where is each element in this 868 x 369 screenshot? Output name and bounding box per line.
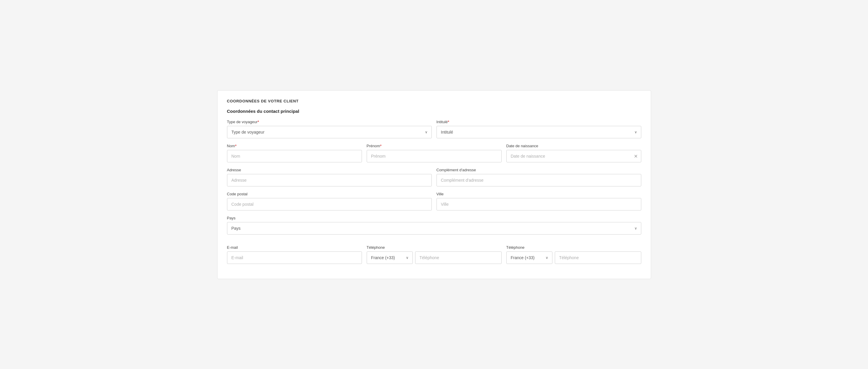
group-type-voyageur: Type de voyageur* Type de voyageur ∨ <box>227 120 432 138</box>
select-wrapper-type-voyageur: Type de voyageur ∨ <box>227 126 432 138</box>
label-ville: Ville <box>436 192 641 196</box>
label-date-naissance: Date de naissance <box>506 144 641 148</box>
select-wrapper-intitule: Intitulé ∨ <box>436 126 641 138</box>
group-adresse: Adresse <box>227 168 432 187</box>
intitule-select[interactable]: Intitulé <box>436 126 641 138</box>
row-type-intitule: Type de voyageur* Type de voyageur ∨ Int… <box>227 120 641 138</box>
select-wrapper-pays: Pays ∨ <box>227 222 641 235</box>
close-icon[interactable]: ✕ <box>634 153 638 159</box>
email-input[interactable] <box>227 251 362 264</box>
label-code-postal: Code postal <box>227 192 432 196</box>
group-pays: Pays Pays ∨ <box>227 216 641 235</box>
tel-1-country-select[interactable]: France (+33) <box>367 251 413 264</box>
label-complement-adresse: Complément d'adresse <box>436 168 641 172</box>
label-telephone-1: Téléphone <box>367 245 502 250</box>
section-title: COORDONNÉES DE VOTRE CLIENT <box>227 99 641 103</box>
nom-input[interactable] <box>227 150 362 162</box>
label-type-voyageur: Type de voyageur* <box>227 120 432 124</box>
subsection-title: Coordonnées du contact principal <box>227 109 641 114</box>
ville-input[interactable] <box>436 198 641 210</box>
group-complement-adresse: Complément d'adresse <box>436 168 641 187</box>
row-code-postal-ville: Code postal Ville <box>227 192 641 210</box>
select-wrapper-tel-2-country: France (+33) ∨ <box>506 251 552 264</box>
row-email-telephone: E-mail Téléphone France (+33) ∨ Téléphon… <box>227 245 641 264</box>
tel-1-number-input[interactable] <box>415 251 502 264</box>
label-telephone-2: Téléphone <box>506 245 641 250</box>
pays-select[interactable]: Pays <box>227 222 641 235</box>
tel-2-country-select[interactable]: France (+33) <box>506 251 552 264</box>
label-nom: Nom* <box>227 144 362 148</box>
group-nom: Nom* <box>227 144 362 162</box>
date-naissance-input[interactable] <box>506 150 641 162</box>
prenom-input[interactable] <box>367 150 502 162</box>
group-prenom: Prénom* <box>367 144 502 162</box>
complement-adresse-input[interactable] <box>436 174 641 187</box>
tel-1-inner: France (+33) ∨ <box>367 251 502 264</box>
code-postal-input[interactable] <box>227 198 432 210</box>
label-email: E-mail <box>227 245 362 250</box>
label-intitule: Intitulé* <box>436 120 641 124</box>
row-pays: Pays Pays ∨ <box>227 216 641 235</box>
type-voyageur-select[interactable]: Type de voyageur <box>227 126 432 138</box>
group-intitule: Intitulé* Intitulé ∨ <box>436 120 641 138</box>
group-ville: Ville <box>436 192 641 210</box>
group-date-naissance: Date de naissance ✕ <box>506 144 641 162</box>
adresse-input[interactable] <box>227 174 432 187</box>
date-input-wrapper: ✕ <box>506 150 641 162</box>
tel-2-inner: France (+33) ∨ <box>506 251 641 264</box>
tel-2-number-input[interactable] <box>555 251 641 264</box>
label-adresse: Adresse <box>227 168 432 172</box>
group-telephone-2: Téléphone France (+33) ∨ <box>506 245 641 264</box>
row-nom-prenom-dob: Nom* Prénom* Date de naissance ✕ <box>227 144 641 162</box>
coordonnees-card: COORDONNÉES DE VOTRE CLIENT Coordonnées … <box>217 90 651 279</box>
label-pays: Pays <box>227 216 641 220</box>
label-prenom: Prénom* <box>367 144 502 148</box>
row-adresse: Adresse Complément d'adresse <box>227 168 641 187</box>
group-email: E-mail <box>227 245 362 264</box>
group-telephone-1: Téléphone France (+33) ∨ <box>367 245 502 264</box>
group-code-postal: Code postal <box>227 192 432 210</box>
select-wrapper-tel-1-country: France (+33) ∨ <box>367 251 413 264</box>
